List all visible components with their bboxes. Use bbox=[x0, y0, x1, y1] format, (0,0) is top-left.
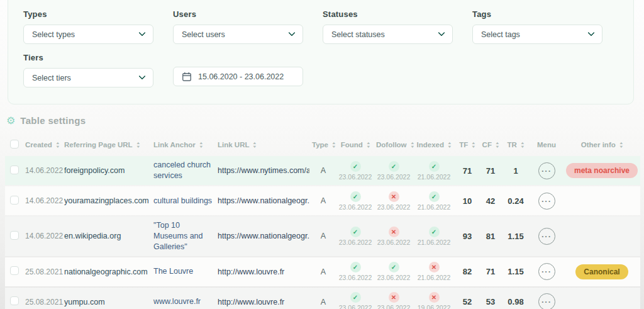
check-icon: ✓ bbox=[389, 262, 399, 272]
tags-select[interactable]: Select tags bbox=[472, 25, 602, 44]
column-header-link-anchor[interactable]: Link Anchor▲▼ bbox=[152, 133, 216, 155]
link-url-link[interactable]: https://www.nytimes.com/a... bbox=[218, 166, 309, 175]
found-cell: ✓23.06.2022 bbox=[336, 186, 375, 215]
check-icon: ✓ bbox=[429, 227, 440, 237]
link-url-link[interactable]: http://www.louvre.fr bbox=[218, 267, 309, 276]
created-cell: 14.06.2022 bbox=[24, 216, 63, 256]
check-icon: ✓ bbox=[350, 161, 361, 172]
type-cell: A bbox=[311, 288, 336, 309]
column-header-tr[interactable]: TR▲▼ bbox=[502, 133, 530, 155]
tiers-select[interactable]: Select tiers bbox=[23, 68, 153, 87]
dofollow-cell: ✓23.06.2022 bbox=[375, 156, 413, 185]
row-menu-button[interactable]: ··· bbox=[538, 162, 555, 179]
column-header-indexed[interactable]: Indexed▲▼ bbox=[413, 133, 455, 155]
referring-page-url-link[interactable]: yumpu.com bbox=[64, 298, 105, 306]
created-cell: 25.08.2021 bbox=[24, 288, 63, 309]
cf-cell: 81 bbox=[479, 216, 502, 256]
tr-cell: 1.15 bbox=[502, 216, 530, 256]
link-url-link[interactable]: https://www.nationalgeogr... bbox=[218, 196, 309, 205]
tr-cell: 0.98 bbox=[502, 288, 530, 309]
status-date: 23.06.2022 bbox=[337, 304, 374, 309]
created-cell: 14.06.2022 bbox=[24, 156, 63, 185]
tf-cell: 71 bbox=[455, 156, 479, 185]
status-date: 23.06.2022 bbox=[337, 173, 374, 181]
indexed-cell: ✓21.06.2022 bbox=[413, 216, 455, 256]
cf-cell: 71 bbox=[479, 257, 502, 286]
link-anchor-cell: "Top 10 Museums and Galleries" bbox=[152, 216, 216, 256]
row-menu-button[interactable]: ··· bbox=[538, 293, 555, 309]
cross-icon: ✕ bbox=[389, 227, 399, 237]
types-select[interactable]: Select types bbox=[23, 25, 153, 44]
row-checkbox[interactable] bbox=[10, 166, 19, 174]
sort-arrows-icon[interactable]: ▲▼ bbox=[411, 142, 414, 149]
sort-arrows-icon[interactable]: ▲▼ bbox=[199, 142, 203, 149]
users-select[interactable]: Select users bbox=[173, 25, 303, 44]
row-checkbox[interactable] bbox=[10, 296, 19, 305]
link-url-link[interactable]: https://www.nationalgeogr... bbox=[218, 232, 309, 240]
row-menu-button[interactable]: ··· bbox=[538, 263, 555, 280]
referring-page-url-link[interactable]: nationalgeographic.com bbox=[64, 267, 148, 276]
chevron-down-icon bbox=[138, 72, 145, 79]
column-header-dofollow[interactable]: Dofollow▲▼ bbox=[375, 133, 413, 155]
column-header-referring-page-url[interactable]: Referring Page URL▲▼ bbox=[63, 133, 152, 155]
column-header-type[interactable]: Type▲▼ bbox=[311, 133, 336, 155]
row-menu-button[interactable]: ··· bbox=[538, 228, 555, 245]
column-header-tf[interactable]: TF▲▼ bbox=[455, 133, 479, 155]
column-header-other-info[interactable]: Other info▲▼ bbox=[564, 133, 640, 155]
statuses-select[interactable]: Select statuses bbox=[323, 25, 453, 44]
filter-panel: Types Select types Users Select users St… bbox=[8, 0, 634, 104]
status-date: 23.06.2022 bbox=[337, 274, 374, 281]
column-header-link-url[interactable]: Link URL▲▼ bbox=[216, 133, 311, 155]
tags-select-placeholder: Select tags bbox=[481, 30, 520, 39]
row-checkbox[interactable] bbox=[10, 231, 19, 240]
indexed-cell: ✓21.06.2022 bbox=[413, 186, 455, 215]
found-cell: ✓23.06.2022 bbox=[336, 257, 375, 286]
found-cell: ✓23.06.2022 bbox=[336, 156, 375, 185]
filter-field-types: Types Select types bbox=[23, 9, 173, 44]
chevron-down-icon bbox=[288, 29, 295, 36]
row-menu-button[interactable]: ··· bbox=[538, 193, 555, 210]
created-cell: 14.06.2022 bbox=[24, 186, 63, 215]
sort-arrows-icon[interactable]: ▲▼ bbox=[136, 142, 140, 149]
column-header-created[interactable]: Created▲▼ bbox=[24, 133, 63, 155]
column-header-found[interactable]: Found▲▼ bbox=[336, 133, 375, 155]
referring-page-url-link[interactable]: foreignpolicy.com bbox=[64, 166, 125, 175]
row-checkbox[interactable] bbox=[10, 196, 19, 205]
tr-cell: 0.24 bbox=[502, 186, 530, 215]
sort-arrows-icon[interactable]: ▲▼ bbox=[367, 142, 370, 149]
type-cell: A bbox=[311, 257, 336, 286]
select-all-checkbox[interactable] bbox=[10, 140, 19, 149]
column-header-cf[interactable]: CF▲▼ bbox=[479, 133, 502, 155]
table-settings-button[interactable]: ⚙ Table settings bbox=[6, 115, 86, 126]
referring-page-url-link[interactable]: en.wikipedia.org bbox=[64, 232, 121, 240]
link-anchor-cell: The Louvre bbox=[152, 257, 216, 286]
sort-arrows-icon[interactable]: ▲▼ bbox=[496, 142, 499, 149]
link-anchor-cell: cultural buildings bbox=[152, 186, 216, 215]
sort-arrows-icon[interactable]: ▲▼ bbox=[332, 142, 335, 149]
sort-arrows-icon[interactable]: ▲▼ bbox=[56, 142, 59, 149]
table-row: 14.06.2022 en.wikipedia.org "Top 10 Muse… bbox=[5, 216, 640, 256]
row-checkbox[interactable] bbox=[10, 266, 19, 275]
link-anchor-cell: www.louvre.fr bbox=[152, 288, 216, 309]
filter-field-tiers: Tiers Select tiers bbox=[23, 53, 173, 87]
sort-arrows-icon[interactable]: ▲▼ bbox=[521, 142, 524, 149]
sort-arrows-icon[interactable]: ▲▼ bbox=[448, 142, 451, 149]
sort-arrows-icon[interactable]: ▲▼ bbox=[472, 142, 475, 149]
referring-page-url-link[interactable]: youramazingplaces.com bbox=[64, 196, 149, 205]
date-range-input[interactable]: 15.06.2020 - 23.06.2022 bbox=[173, 67, 303, 86]
found-cell: ✓23.06.2022 bbox=[336, 216, 375, 256]
dofollow-cell: ✕23.06.2022 bbox=[375, 216, 413, 256]
filter-label-tags: Tags bbox=[472, 9, 622, 19]
check-icon: ✓ bbox=[350, 292, 361, 303]
filter-label-users: Users bbox=[173, 9, 323, 19]
other-info-badge: meta noarchive bbox=[566, 163, 638, 178]
tr-cell: 1 bbox=[502, 156, 530, 185]
backlinks-table: Created▲▼Referring Page URL▲▼Link Anchor… bbox=[5, 132, 640, 309]
dofollow-cell: ✕23.06.2022 bbox=[375, 186, 413, 215]
sort-arrows-icon[interactable]: ▲▼ bbox=[253, 142, 256, 149]
sort-arrows-icon[interactable]: ▲▼ bbox=[619, 142, 623, 149]
status-date: 21.06.2022 bbox=[414, 274, 454, 281]
link-url-link[interactable]: http://www.louvre.fr bbox=[218, 298, 309, 306]
dofollow-cell: ✓23.06.2022 bbox=[375, 257, 413, 286]
table-header-row: Created▲▼Referring Page URL▲▼Link Anchor… bbox=[5, 133, 640, 155]
